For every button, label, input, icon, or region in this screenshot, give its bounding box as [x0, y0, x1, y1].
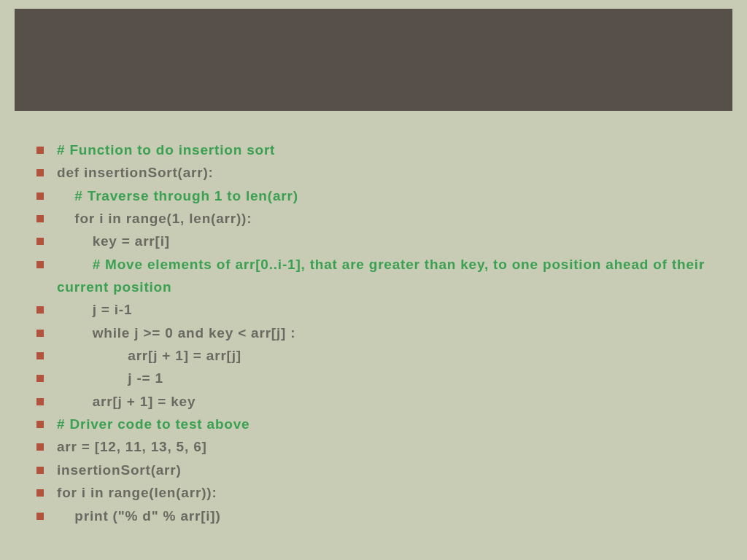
square-bullet-icon: [36, 192, 44, 200]
code-line: # Function to do insertion sort: [36, 139, 718, 161]
code-text: while j >= 0 and key < arr[j] :: [57, 322, 295, 344]
code-line: insertionSort(arr): [36, 459, 718, 481]
square-bullet-icon: [36, 215, 44, 222]
code-text: arr = [12, 11, 13, 5, 6]: [57, 435, 207, 458]
code-text: print ("% d" % arr[i]): [57, 505, 221, 527]
slide: # Function to do insertion sortdef inser…: [0, 0, 747, 560]
code-text: # Traverse through 1 to len(arr): [57, 184, 298, 207]
code-line: key = arr[i]: [36, 230, 718, 252]
code-line: print ("% d" % arr[i]): [36, 505, 718, 527]
code-text: for i in range(len(arr)):: [57, 481, 217, 504]
square-bullet-icon: [36, 467, 44, 474]
code-text: # Driver code to test above: [57, 413, 249, 435]
square-bullet-icon: [36, 489, 44, 497]
code-text: insertionSort(arr): [57, 459, 182, 481]
code-text: # Move elements of arr[0..i-1], that are…: [57, 253, 718, 299]
code-text: key = arr[i]: [57, 230, 170, 252]
code-line: j -= 1: [36, 367, 718, 389]
code-line: # Move elements of arr[0..i-1], that are…: [36, 253, 718, 299]
code-line: j = i-1: [36, 298, 718, 321]
code-text: j = i-1: [57, 298, 132, 321]
square-bullet-icon: [36, 169, 44, 176]
square-bullet-icon: [36, 330, 44, 337]
code-line: while j >= 0 and key < arr[j] :: [36, 322, 718, 344]
code-text: arr[j + 1] = key: [57, 390, 196, 413]
header-band: [15, 9, 732, 111]
code-text: # Function to do insertion sort: [57, 139, 275, 161]
square-bullet-icon: [36, 443, 44, 451]
code-line: # Driver code to test above: [36, 413, 718, 435]
code-text: for i in range(1, len(arr)):: [57, 207, 252, 230]
square-bullet-icon: [36, 238, 44, 245]
code-line: for i in range(1, len(arr)):: [36, 207, 718, 230]
code-content: # Function to do insertion sortdef inser…: [36, 139, 718, 527]
code-line: arr = [12, 11, 13, 5, 6]: [36, 435, 718, 458]
code-line: # Traverse through 1 to len(arr): [36, 184, 718, 207]
square-bullet-icon: [36, 306, 44, 314]
square-bullet-icon: [36, 375, 44, 382]
code-line: arr[j + 1] = key: [36, 390, 718, 413]
square-bullet-icon: [36, 421, 44, 428]
square-bullet-icon: [36, 261, 44, 268]
code-text: def insertionSort(arr):: [57, 161, 214, 184]
square-bullet-icon: [36, 398, 44, 405]
code-line: def insertionSort(arr):: [36, 161, 718, 184]
square-bullet-icon: [36, 352, 44, 359]
square-bullet-icon: [36, 147, 44, 154]
code-line: arr[j + 1] = arr[j]: [36, 344, 718, 367]
code-line: for i in range(len(arr)):: [36, 481, 718, 504]
code-text: arr[j + 1] = arr[j]: [57, 344, 241, 367]
square-bullet-icon: [36, 513, 44, 520]
code-text: j -= 1: [57, 367, 163, 389]
